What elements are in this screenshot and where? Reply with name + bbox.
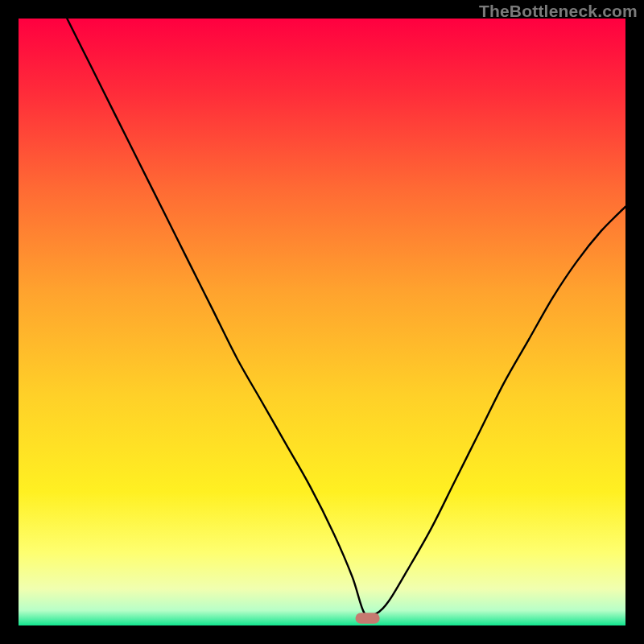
chart-container: TheBottleneck.com <box>0 0 644 644</box>
plot-area <box>19 19 625 625</box>
bottleneck-curve <box>19 19 625 625</box>
optimum-marker <box>356 613 380 624</box>
watermark-text: TheBottleneck.com <box>479 2 638 21</box>
